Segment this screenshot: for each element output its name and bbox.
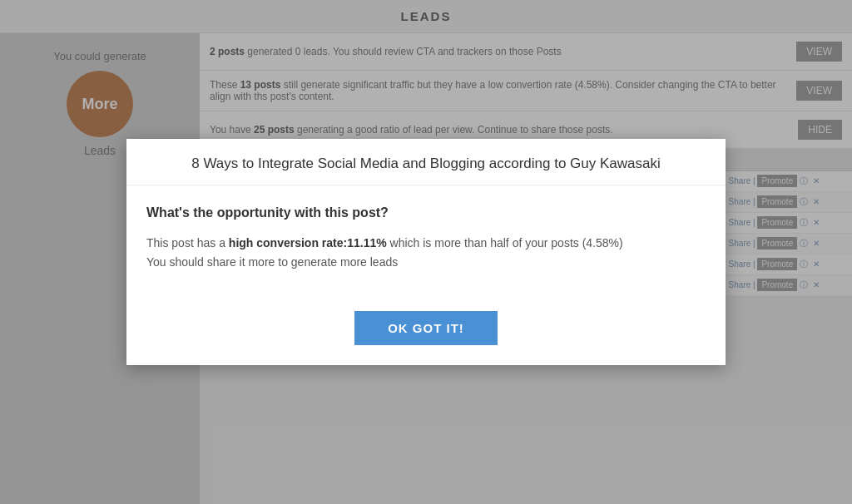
- modal-header: 8 Ways to Integrate Social Media and Blo…: [126, 139, 726, 185]
- modal-overlay: 8 Ways to Integrate Social Media and Blo…: [0, 0, 852, 504]
- modal-title: 8 Ways to Integrate Social Media and Blo…: [146, 156, 706, 172]
- modal-question: What's the opportunity with this post?: [146, 205, 706, 220]
- modal-body: What's the opportunity with this post? T…: [126, 185, 726, 311]
- modal-body-text: This post has a high conversion rate:11.…: [146, 234, 706, 271]
- modal-footer: OK GOT IT!: [126, 311, 726, 365]
- ok-got-it-button[interactable]: OK GOT IT!: [354, 311, 498, 345]
- modal-dialog: 8 Ways to Integrate Social Media and Blo…: [126, 139, 726, 365]
